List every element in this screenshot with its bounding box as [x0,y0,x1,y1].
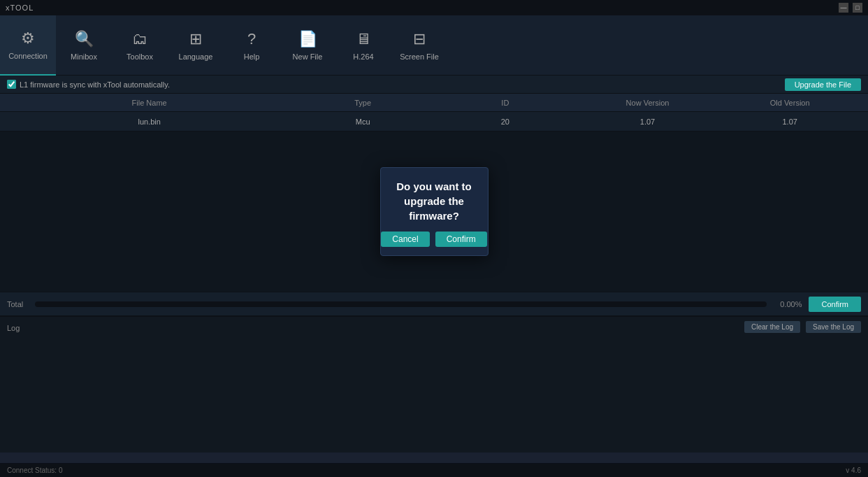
toolbar-item-screen-file[interactable]: ⊟ Screen File [391,15,447,76]
toolbar-label-help: Help [244,52,260,61]
auto-firmware-checkbox[interactable] [7,80,16,89]
toolbar-label-minibox: Minibox [71,52,97,61]
language-icon: ⊞ [189,30,202,48]
auto-firmware-label[interactable]: L1 firmware is sync with xTool automatic… [7,80,170,89]
toolbar-label-new-file: New File [293,52,323,61]
toolbar-label-screen-file: Screen File [400,52,439,61]
app-title: xTOOL [6,3,34,12]
confirm-bottom-button[interactable]: Confirm [809,297,861,312]
col-id: ID [434,99,577,107]
file-table: File Name Type ID Now Version Old Versio… [0,94,868,131]
log-label: Log [7,324,20,332]
window-controls: — □ [839,3,862,13]
cell-type: Mcu [291,118,434,126]
status-text: Connect Status: 0 [7,467,63,474]
col-old-version: Old Version [718,99,861,107]
log-area: Log Clear the Log Save the Log [0,316,868,453]
toolbar-item-h264[interactable]: 🖥 H.264 [335,15,391,76]
confirm-button[interactable]: Confirm [435,232,487,247]
toolbar-item-new-file[interactable]: 📄 New File [280,15,335,76]
cell-now-version: 1.07 [577,118,719,126]
table-header: File Name Type ID Now Version Old Versio… [0,94,868,112]
status-bar: Connect Status: 0 v 4.6 [0,463,868,477]
title-bar: xTOOL — □ [0,0,868,15]
version-text: v 4.6 [846,467,861,474]
toolbar-item-language[interactable]: ⊞ Language [168,15,224,76]
dialog-overlay: Do you want to upgrade the firmware? Can… [0,131,868,292]
col-file-name: File Name [7,99,291,107]
total-label: Total [7,300,28,308]
progress-percent: 0.00% [774,300,802,308]
minimize-button[interactable]: — [839,3,848,13]
maximize-button[interactable]: □ [853,3,862,13]
dialog-message: Do you want to upgrade the firmware? [391,179,478,223]
connection-icon: ⚙ [21,29,35,48]
screen-file-icon: ⊟ [413,30,426,48]
h264-icon: 🖥 [356,30,371,48]
toolbar-label-connection: Connection [8,52,48,60]
log-buttons: Clear the Log Save the Log [744,321,861,333]
toolbar-label-toolbox: Toolbox [126,52,153,61]
toolbox-icon: 🗂 [132,30,147,48]
save-log-button[interactable]: Save the Log [806,321,861,333]
new-file-icon: 📄 [298,30,317,48]
toolbar-item-toolbox[interactable]: 🗂 Toolbox [112,15,168,76]
progress-bar-container [35,301,767,307]
col-type: Type [291,99,434,107]
cell-old-version: 1.07 [718,118,861,126]
help-icon: ? [247,30,256,48]
dialog-box: Do you want to upgrade the firmware? Can… [380,167,489,256]
cell-file-name: lun.bin [7,118,291,126]
toolbar-label-h264: H.264 [353,52,373,61]
toolbar-label-language: Language [179,52,213,61]
progress-area: Total 0.00% Confirm [0,292,868,316]
minibox-icon: 🔍 [75,30,94,48]
clear-log-button[interactable]: Clear the Log [744,321,800,333]
auto-firmware-text: L1 firmware is sync with xTool automatic… [20,80,170,89]
cancel-button[interactable]: Cancel [381,232,429,247]
toolbar-item-connection[interactable]: ⚙ Connection [0,15,56,76]
checkbox-bar: L1 firmware is sync with xTool automatic… [0,76,868,94]
toolbar-item-minibox[interactable]: 🔍 Minibox [56,15,112,76]
toolbar: ⚙ Connection 🔍 Minibox 🗂 Toolbox ⊞ Langu… [0,15,868,76]
table-row: lun.bin Mcu 20 1.07 1.07 [0,112,868,131]
toolbar-item-help[interactable]: ? Help [224,15,280,76]
dialog-buttons: Cancel Confirm [381,232,486,247]
col-now-version: Now Version [577,99,719,107]
main-area: Do you want to upgrade the firmware? Can… [0,131,868,292]
cell-id: 20 [434,118,577,126]
upgrade-file-button[interactable]: Upgrade the File [785,78,861,91]
